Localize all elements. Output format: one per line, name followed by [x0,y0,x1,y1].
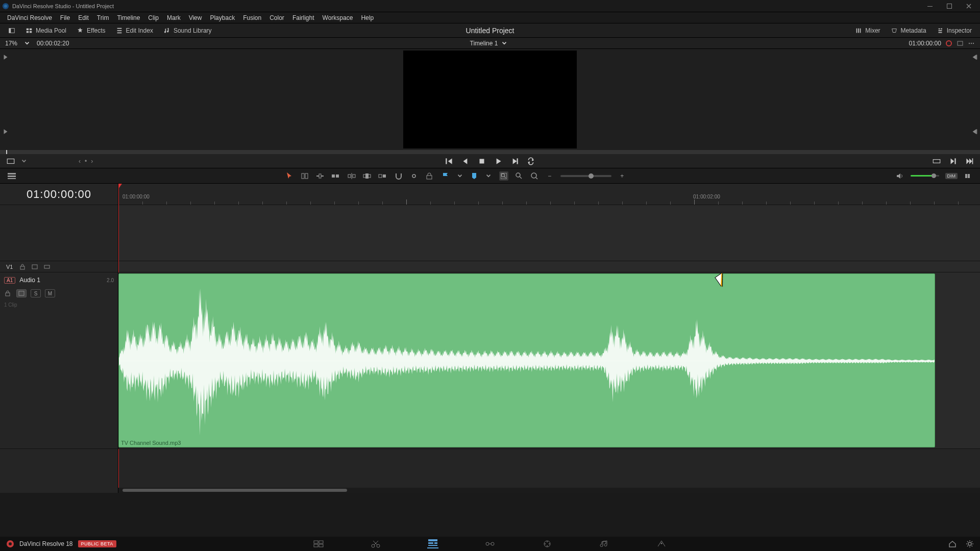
edit-index-button[interactable]: Edit Index [112,26,157,36]
zoom-out-icon[interactable]: − [545,171,554,181]
page-color-icon[interactable] [542,539,553,548]
menu-trim[interactable]: Trim [93,13,113,22]
stop-button[interactable] [477,157,486,166]
out-point-handle-icon[interactable] [971,128,978,136]
match-frame-left-icon[interactable] [2,53,9,61]
menu-fairlight[interactable]: Fairlight [288,13,318,22]
next-frame-button[interactable] [510,157,519,166]
timeline-zoom-slider[interactable] [560,175,611,177]
timeline-timecode[interactable]: 01:00:00:00 [0,184,118,205]
menu-clip[interactable]: Clip [144,13,163,22]
menu-playback[interactable]: Playback [206,13,239,22]
lock-icon[interactable] [4,290,12,297]
bypass-fx-icon[interactable] [6,157,15,166]
linked-selection-icon[interactable] [409,171,419,181]
close-button[interactable] [964,2,974,10]
menu-mark[interactable]: Mark [163,13,185,22]
overwrite-clip-icon[interactable] [362,171,372,181]
audio-clip[interactable]: TV Channel Sound.mp3 [118,273,935,447]
effects-button[interactable]: Effects [72,26,109,36]
trim-tool-icon[interactable] [300,171,309,181]
loop-button[interactable] [526,157,535,166]
timeline-view-options-icon[interactable] [7,171,16,181]
marker-icon[interactable] [470,171,479,181]
v1-tag[interactable]: V1 [4,263,15,270]
expand-panel-button[interactable] [4,26,19,36]
insert-clip-icon[interactable] [347,171,356,181]
minimize-button[interactable] [925,2,935,10]
timeline-h-scrollbar[interactable] [118,488,980,493]
match-frame-right-icon[interactable] [971,53,978,61]
mute-button[interactable]: M [45,289,55,297]
lock-icon[interactable] [19,263,27,270]
prev-frame-button[interactable] [461,157,470,166]
selection-tool-icon[interactable] [285,171,294,181]
mixer-button[interactable]: Mixer [851,26,884,36]
timeline-name[interactable]: Timeline 1 [470,40,498,47]
timeline-canvas[interactable]: 01:00:00:00 01:00:02:00 TV Channel Sound… [118,184,980,493]
menu-help[interactable]: Help [357,13,378,22]
auto-select-toggle[interactable] [16,289,27,297]
menu-fusion[interactable]: Fusion [239,13,265,22]
v1-lane[interactable] [118,261,980,272]
inspector-button[interactable]: Inspector [933,26,976,36]
play-button[interactable] [494,157,503,166]
chevron-down-icon[interactable] [501,40,508,47]
chevron-down-icon[interactable] [20,158,28,165]
record-timecode[interactable]: 01:00:00:00 [909,40,941,47]
video-track-v1-header[interactable]: V1 [0,261,118,272]
scrub-playhead[interactable] [6,150,7,154]
menu-davinci-resolve[interactable]: DaVinci Resolve [3,13,56,22]
page-fusion-icon[interactable] [484,539,496,548]
scrollbar-thumb[interactable] [122,489,347,492]
position-lock-icon[interactable] [425,171,434,181]
full-extent-icon[interactable] [932,157,941,166]
go-to-end-icon[interactable] [948,157,958,166]
go-to-last-icon[interactable] [965,157,974,166]
menu-edit[interactable]: Edit [74,13,93,22]
blade-tool-icon[interactable] [331,171,340,181]
page-media-icon[interactable] [313,539,324,548]
custom-zoom-icon[interactable] [530,171,539,181]
zoom-in-icon[interactable]: + [618,171,627,181]
page-fairlight-icon[interactable] [599,539,610,548]
chevron-down-icon[interactable] [485,172,492,180]
flag-icon[interactable] [441,171,450,181]
next-edit-icon[interactable]: › [91,158,93,165]
project-settings-icon[interactable] [966,540,974,548]
a1-dest-tag[interactable]: A1 [4,277,15,284]
viewer-zoom[interactable]: 17% [5,40,17,47]
page-cut-icon[interactable] [370,539,381,548]
in-point-handle-icon[interactable] [2,128,9,136]
timeline-empty-area[interactable] [118,449,980,493]
home-icon[interactable] [948,540,957,548]
monitor-volume-slider[interactable] [911,175,939,177]
detail-zoom-icon[interactable] [514,171,524,181]
playhead[interactable] [118,184,122,189]
maximize-button[interactable] [944,2,954,10]
visibility-icon[interactable] [43,263,52,270]
dim-button[interactable]: DIM [945,173,958,179]
media-pool-button[interactable]: Media Pool [21,26,70,36]
page-deliver-icon[interactable] [656,539,667,548]
a1-name[interactable]: Audio 1 [19,277,103,284]
sound-library-button[interactable]: Sound Library [159,26,216,36]
dynamic-trim-icon[interactable] [315,171,325,181]
gamut-icon[interactable] [945,40,952,47]
mute-icon[interactable] [964,171,973,181]
metadata-button[interactable]: Metadata [887,26,930,36]
viewer-scrub-bar[interactable] [0,150,980,154]
snapping-icon[interactable] [394,171,403,181]
video-tracks-area[interactable] [118,205,980,261]
monitor-volume-icon[interactable] [895,171,904,181]
menu-view[interactable]: View [185,13,206,22]
replace-clip-icon[interactable] [378,171,387,181]
chevron-down-icon[interactable] [456,172,463,180]
timeline-viewer[interactable] [0,49,980,150]
a1-lane[interactable]: TV Channel Sound.mp3 [118,272,980,449]
page-edit-icon[interactable] [427,539,438,548]
chevron-down-icon[interactable] [23,40,31,47]
menu-color[interactable]: Color [265,13,288,22]
single-viewer-icon[interactable] [957,40,964,47]
menu-workspace[interactable]: Workspace [318,13,357,22]
